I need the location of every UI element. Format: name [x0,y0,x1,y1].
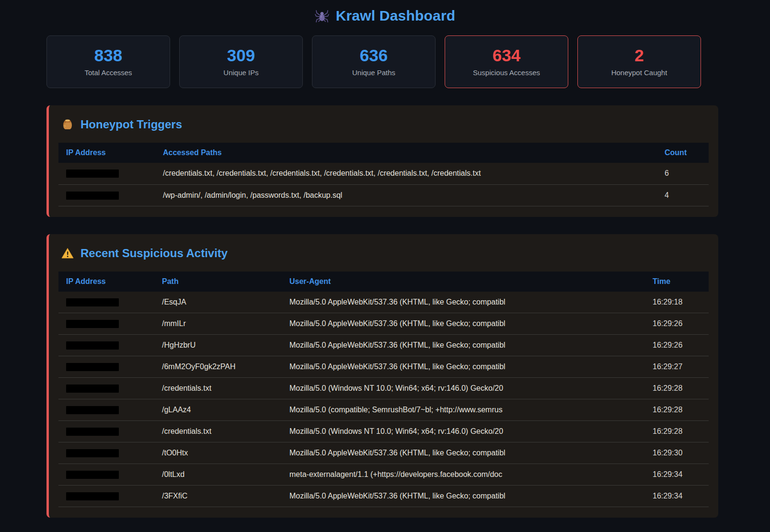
page-header: Krawl Dashboard [0,0,770,35]
ip-address-cell [58,335,154,356]
honeypot-section-title: Honeypot Triggers [80,118,182,131]
time-cell: 16:29:28 [645,399,709,421]
stat-label: Suspicious Accesses [473,68,540,77]
suspicious-activity-row: /mmILrMozilla/5.0 AppleWebKit/537.36 (KH… [58,313,709,335]
user-agent-cell: Mozilla/5.0 AppleWebKit/537.36 (KHTML, l… [282,356,645,378]
time-cell: 16:29:26 [645,313,709,335]
column-header-path: Path [154,272,282,292]
suspicious-table-body: /EsqJAMozilla/5.0 AppleWebKit/537.36 (KH… [58,292,709,507]
suspicious-activity-row: /6mM2OyF0gk2zPAHMozilla/5.0 AppleWebKit/… [58,356,709,378]
suspicious-activity-row: /tO0HtxMozilla/5.0 AppleWebKit/537.36 (K… [58,442,709,464]
stat-value: 2 [634,47,644,64]
redacted-ip-bar [66,192,119,200]
redacted-ip-bar [66,471,119,479]
time-cell: 16:29:30 [645,442,709,464]
suspicious-activity-section: Recent Suspicious Activity IP Address Pa… [46,234,718,518]
suspicious-activity-row: /HgHzbrUMozilla/5.0 AppleWebKit/537.36 (… [58,335,709,356]
honey-pot-icon [61,118,74,131]
time-cell: 16:29:27 [645,356,709,378]
column-header-ip-address: IP Address [58,272,154,292]
column-header-count: Count [657,143,709,163]
time-cell: 16:29:18 [645,292,709,313]
stat-label: Honeypot Caught [611,68,667,77]
time-cell: 16:29:34 [645,464,709,486]
path-cell: /0ltLxd [154,464,282,486]
column-header-accessed-paths: Accessed Paths [155,143,657,163]
suspicious-activity-row: /3FXfiCMozilla/5.0 AppleWebKit/537.36 (K… [58,486,709,507]
column-header-user-agent: User-Agent [282,272,645,292]
user-agent-cell: Mozilla/5.0 AppleWebKit/537.36 (KHTML, l… [282,292,645,313]
redacted-ip-bar [66,428,119,436]
honeypot-table-body: /credentials.txt, /credentials.txt, /cre… [58,163,709,206]
path-cell: /3FXfiC [154,486,282,507]
column-header-ip-address: IP Address [58,143,155,163]
stat-value: 634 [493,47,520,64]
ip-address-cell [58,292,154,313]
stat-card-honeypot-caught: 2 Honeypot Caught [577,35,701,88]
ip-address-cell [58,313,154,335]
path-cell: /credentials.txt [154,421,282,442]
path-cell: /tO0Htx [154,442,282,464]
user-agent-cell: Mozilla/5.0 AppleWebKit/537.36 (KHTML, l… [282,335,645,356]
ip-address-cell [58,464,154,486]
stat-label: Unique IPs [223,68,258,77]
ip-address-cell [58,378,154,399]
path-cell: /gLAAz4 [154,399,282,421]
user-agent-cell: Mozilla/5.0 AppleWebKit/537.36 (KHTML, l… [282,486,645,507]
column-header-time: Time [645,272,709,292]
suspicious-header-row: IP Address Path User-Agent Time [58,272,709,292]
stat-value: 838 [94,47,122,64]
honeypot-header-row: IP Address Accessed Paths Count [58,143,709,163]
honeypot-trigger-row: /credentials.txt, /credentials.txt, /cre… [58,163,709,184]
redacted-ip-bar [66,492,119,500]
stats-row: 838 Total Accesses 309 Unique IPs 636 Un… [46,35,701,88]
ip-address-cell [58,163,155,184]
user-agent-cell: Mozilla/5.0 (Windows NT 10.0; Win64; x64… [282,378,645,399]
stat-value: 309 [227,47,255,64]
redacted-ip-bar [66,406,119,414]
user-agent-cell: Mozilla/5.0 (compatible; SemrushBot/7~bl… [282,399,645,421]
user-agent-cell: Mozilla/5.0 AppleWebKit/537.36 (KHTML, l… [282,313,645,335]
stat-card-unique-ips: 309 Unique IPs [179,35,303,88]
suspicious-activity-table: IP Address Path User-Agent Time /EsqJAMo… [58,272,709,508]
stat-card-suspicious-accesses: 634 Suspicious Accesses [445,35,568,88]
suspicious-activity-row: /0ltLxdmeta-externalagent/1.1 (+https://… [58,464,709,486]
suspicious-activity-row: /gLAAz4Mozilla/5.0 (compatible; SemrushB… [58,399,709,421]
path-cell: /mmILr [154,313,282,335]
honeypot-table: IP Address Accessed Paths Count /credent… [58,143,709,206]
count-cell: 4 [657,184,709,206]
suspicious-activity-row: /EsqJAMozilla/5.0 AppleWebKit/537.36 (KH… [58,292,709,313]
redacted-ip-bar [66,385,119,393]
ip-address-cell [58,442,154,464]
suspicious-section-title: Recent Suspicious Activity [80,247,228,260]
redacted-ip-bar [66,320,119,328]
redacted-ip-bar [66,341,119,350]
stat-card-total-accesses: 838 Total Accesses [46,35,170,88]
suspicious-activity-row: /credentials.txtMozilla/5.0 (Windows NT … [58,421,709,442]
user-agent-cell: Mozilla/5.0 AppleWebKit/537.36 (KHTML, l… [282,442,645,464]
path-cell: /HgHzbrU [154,335,282,356]
ip-address-cell [58,421,154,442]
path-cell: /6mM2OyF0gk2zPAH [154,356,282,378]
redacted-ip-bar [66,298,119,306]
ip-address-cell [58,184,155,206]
path-cell: /EsqJA [154,292,282,313]
stat-label: Total Accesses [84,68,132,77]
time-cell: 16:29:28 [645,421,709,442]
ip-address-cell [58,356,154,378]
stat-card-unique-paths: 636 Unique Paths [312,35,436,88]
suspicious-activity-row: /credentials.txtMozilla/5.0 (Windows NT … [58,378,709,399]
honeypot-triggers-section: Honeypot Triggers IP Address Accessed Pa… [46,105,718,217]
time-cell: 16:29:34 [645,486,709,507]
spider-icon [315,9,329,23]
honeypot-trigger-row: /wp-admin/, /admin/login, /passwords.txt… [58,184,709,206]
accessed-paths-cell: /credentials.txt, /credentials.txt, /cre… [155,163,657,184]
stat-label: Unique Paths [352,68,395,77]
redacted-ip-bar [66,363,119,371]
stat-value: 636 [360,47,388,64]
warning-icon [61,248,74,259]
path-cell: /credentials.txt [154,378,282,399]
time-cell: 16:29:26 [645,335,709,356]
accessed-paths-cell: /wp-admin/, /admin/login, /passwords.txt… [155,184,657,206]
count-cell: 6 [657,163,709,184]
